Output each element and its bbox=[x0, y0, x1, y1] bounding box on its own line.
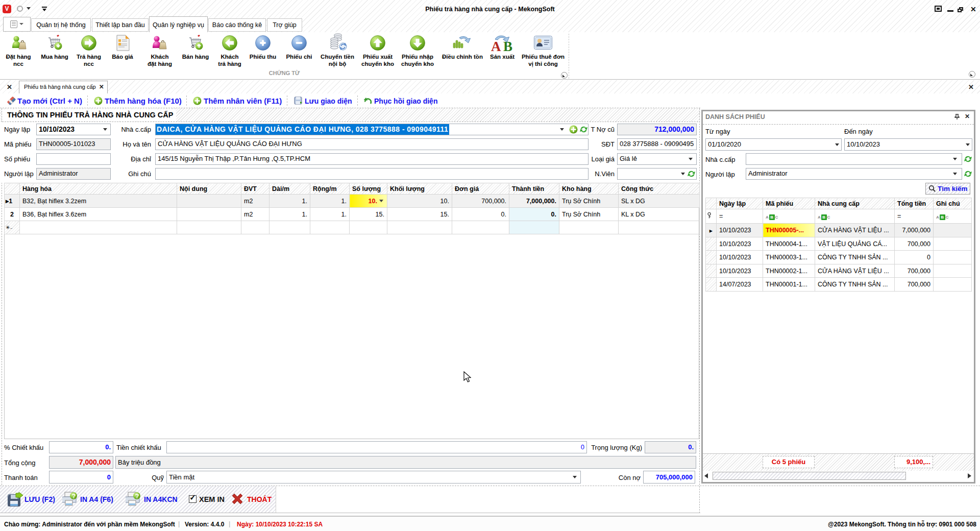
svg-text:A: A bbox=[491, 39, 501, 53]
svg-text:?: ? bbox=[72, 493, 76, 500]
svg-text:B: B bbox=[503, 39, 512, 53]
svg-text:?: ? bbox=[135, 493, 139, 500]
